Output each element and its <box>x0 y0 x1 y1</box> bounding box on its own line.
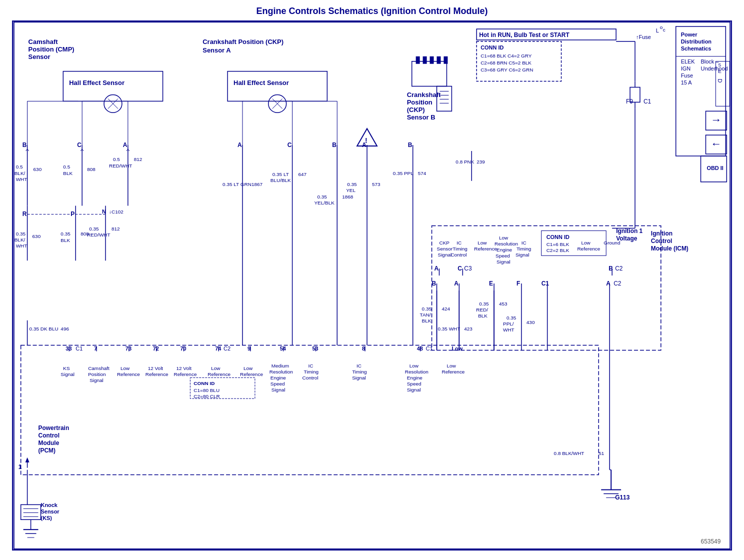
svg-text:IC: IC <box>356 363 362 368</box>
svg-text:Engine: Engine <box>407 375 422 380</box>
svg-text:70: 70 <box>180 346 186 352</box>
svg-text:Power: Power <box>681 32 698 38</box>
svg-text:72: 72 <box>153 346 159 352</box>
svg-text:630: 630 <box>34 166 42 172</box>
svg-text:0.35 PPL: 0.35 PPL <box>393 170 414 176</box>
svg-text:Module (ICM): Module (ICM) <box>651 245 688 252</box>
svg-text:Timing: Timing <box>452 246 468 252</box>
svg-text:9: 9 <box>248 346 250 352</box>
svg-text:Reference: Reference <box>117 372 140 377</box>
svg-text:C2: C2 <box>614 280 622 287</box>
svg-text:Signal: Signal <box>496 259 510 264</box>
svg-text:OBD II: OBD II <box>706 165 723 171</box>
svg-text:C: C <box>77 142 82 148</box>
svg-text:C3: C3 <box>464 265 472 272</box>
svg-text:G113: G113 <box>615 494 630 501</box>
svg-text:Resolution: Resolution <box>270 369 293 374</box>
svg-text:Reference: Reference <box>442 369 464 374</box>
svg-text:C2=80 CLR: C2=80 CLR <box>194 394 220 399</box>
svg-text:33: 33 <box>66 346 72 352</box>
svg-text:A: A <box>123 142 128 148</box>
svg-text:Low: Low <box>211 366 220 371</box>
svg-text:BLK: BLK <box>478 313 488 318</box>
svg-text:YEL/BLK: YEL/BLK <box>314 200 334 206</box>
svg-text:423: 423 <box>464 326 472 332</box>
svg-text:574: 574 <box>418 170 426 176</box>
svg-text:Position: Position <box>407 98 432 106</box>
svg-text:0.8 BLK/WHT: 0.8 BLK/WHT <box>554 450 584 456</box>
svg-text:Fuse: Fuse <box>681 72 693 78</box>
svg-text:CONN ID: CONN ID <box>194 380 214 386</box>
svg-text:812: 812 <box>134 156 142 162</box>
svg-text:Signal: Signal <box>438 252 452 258</box>
svg-text:0.35 LT GRN: 0.35 LT GRN <box>222 182 252 187</box>
svg-text:573: 573 <box>372 182 380 187</box>
svg-text:Speed: Speed <box>407 381 422 386</box>
svg-text:A: A <box>454 280 458 287</box>
svg-text:R: R <box>22 210 27 218</box>
svg-text:(KS): (KS) <box>41 515 52 521</box>
svg-text:CONN ID: CONN ID <box>480 44 504 50</box>
svg-text:A: A <box>238 142 242 148</box>
svg-text:Control: Control <box>651 238 672 244</box>
svg-text:12 Volt: 12 Volt <box>148 366 164 371</box>
svg-text:430: 430 <box>526 320 535 325</box>
svg-text:IC: IC <box>456 240 462 246</box>
svg-text:IC: IC <box>522 240 526 246</box>
svg-text:Speed: Speed <box>270 381 285 386</box>
svg-text:BLK/: BLK/ <box>14 170 26 176</box>
schematic-diagram: Camshaft Position (CMP) Sensor Crankshaf… <box>12 20 732 550</box>
svg-text:C1=80 BLU: C1=80 BLU <box>194 388 220 393</box>
svg-text:812: 812 <box>112 226 120 232</box>
svg-text:Control: Control <box>302 375 318 380</box>
svg-text:Ignition: Ignition <box>651 230 672 237</box>
svg-text:Ground: Ground <box>604 240 620 246</box>
svg-text:Timing: Timing <box>352 369 367 374</box>
svg-text:Reference: Reference <box>474 246 497 252</box>
svg-text:453: 453 <box>499 301 508 306</box>
svg-text:12 Volt: 12 Volt <box>176 366 192 371</box>
svg-text:B: B <box>332 142 336 148</box>
svg-text:E: E <box>489 280 493 287</box>
svg-text:Low: Low <box>410 363 419 368</box>
svg-text:→: → <box>710 114 722 126</box>
svg-text:Distribution: Distribution <box>681 38 712 44</box>
svg-text:Low: Low <box>499 235 508 240</box>
svg-text:Reference: Reference <box>577 246 600 252</box>
svg-text:0.35 DK BLU: 0.35 DK BLU <box>30 326 58 332</box>
svg-text:!: ! <box>365 136 368 144</box>
svg-text:Camshaft: Camshaft <box>88 366 110 371</box>
svg-text:C1=68 BLK  C4=2 GRY: C1=68 BLK C4=2 GRY <box>480 53 532 58</box>
svg-text:Sensor A: Sensor A <box>202 46 230 54</box>
svg-text:Reference: Reference <box>208 372 230 377</box>
svg-text:RED/WHT: RED/WHT <box>87 232 110 238</box>
svg-text:Crankshaft Position (CKP): Crankshaft Position (CKP) <box>202 38 284 46</box>
svg-text:Knock: Knock <box>41 502 58 508</box>
svg-text:C2: C2 <box>224 346 230 352</box>
svg-rect-120 <box>430 56 434 64</box>
svg-text:PPL/: PPL/ <box>503 321 514 326</box>
svg-text:ELEK: ELEK <box>681 58 696 64</box>
svg-text:Signal: Signal <box>407 387 421 392</box>
svg-text:Camshaft: Camshaft <box>28 38 58 46</box>
svg-text:CKP: CKP <box>439 240 450 246</box>
svg-text:239: 239 <box>476 159 485 164</box>
svg-text:BLK: BLK <box>63 170 72 176</box>
svg-text:↑Fuse: ↑Fuse <box>636 34 651 40</box>
svg-text:Resolution: Resolution <box>494 241 518 246</box>
svg-rect-118 <box>416 56 420 64</box>
svg-text:C1: C1 <box>76 346 82 352</box>
svg-text:Low: Low <box>446 363 456 368</box>
svg-text:653549: 653549 <box>701 538 721 545</box>
svg-text:Sensor: Sensor <box>28 53 50 60</box>
svg-text:Ignition 1: Ignition 1 <box>616 228 642 234</box>
svg-text:C: C <box>288 142 292 148</box>
svg-text:Reference: Reference <box>240 372 263 377</box>
svg-text:Powertrain: Powertrain <box>38 424 70 432</box>
schematic-svg: Camshaft Position (CMP) Sensor Crankshaf… <box>13 22 731 550</box>
svg-text:Position: Position <box>88 372 106 377</box>
svg-text:IC: IC <box>308 363 313 368</box>
svg-text:630: 630 <box>32 234 41 239</box>
svg-text:Sensor B: Sensor B <box>407 114 436 121</box>
svg-text:0.5: 0.5 <box>113 156 120 162</box>
